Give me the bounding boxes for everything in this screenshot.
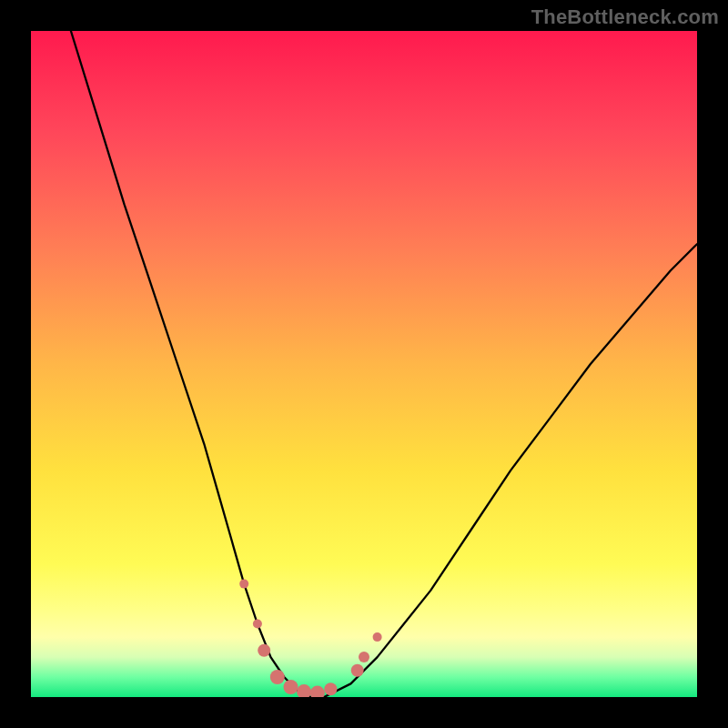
bottleneck-curve-svg xyxy=(31,31,697,697)
marker-dot xyxy=(239,580,248,589)
marker-dot xyxy=(351,664,364,677)
marker-dot xyxy=(270,670,285,684)
marker-dot xyxy=(359,652,369,662)
plot-area xyxy=(31,31,697,697)
marker-dot xyxy=(258,644,270,657)
chart-frame: TheBottleneck.com xyxy=(0,0,728,728)
marker-dot xyxy=(253,620,262,629)
bottleneck-curve xyxy=(71,31,697,697)
marker-group xyxy=(239,580,381,697)
marker-dot xyxy=(310,686,325,697)
marker-dot xyxy=(324,682,337,695)
marker-dot xyxy=(284,680,298,694)
watermark-text: TheBottleneck.com xyxy=(531,5,719,29)
curve-group xyxy=(71,31,697,697)
marker-dot xyxy=(297,684,311,697)
marker-dot xyxy=(373,632,382,642)
